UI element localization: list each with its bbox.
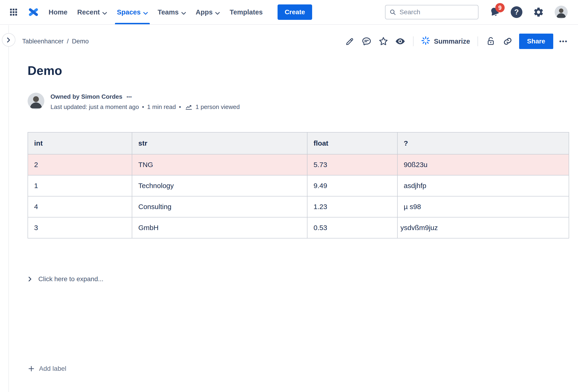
user-avatar[interactable] xyxy=(555,6,568,19)
table-row: 2 TNG 5.73 90ß23u xyxy=(28,154,569,175)
nav-item-label: Templates xyxy=(230,8,263,16)
chevron-down-icon xyxy=(181,9,186,17)
comments-icon[interactable] xyxy=(361,36,372,47)
nav-item-home[interactable]: Home xyxy=(48,0,67,24)
nav-item-label: Teams xyxy=(158,8,179,16)
search-icon xyxy=(389,9,396,16)
table-cell: 9.49 xyxy=(307,175,397,196)
nav-item-templates[interactable]: Templates xyxy=(230,0,263,24)
star-favorite-icon[interactable] xyxy=(378,36,389,47)
more-actions-button[interactable]: ••• xyxy=(559,38,568,45)
notification-count-badge: 9 xyxy=(495,3,505,12)
table-cell: 3 xyxy=(28,217,132,238)
expand-macro-label: Click here to expand... xyxy=(38,275,103,283)
table-cell: 90ß23u xyxy=(397,154,569,175)
divider xyxy=(478,37,478,46)
nav-item-label: Recent xyxy=(77,8,100,16)
app-switcher-icon[interactable] xyxy=(9,7,18,17)
nav-item-spaces[interactable]: Spaces xyxy=(117,0,148,24)
table-cell: TNG xyxy=(132,154,307,175)
nav-item-teams[interactable]: Teams xyxy=(158,0,186,24)
add-label-button[interactable]: Add label xyxy=(28,365,66,372)
search-input[interactable] xyxy=(399,8,474,16)
page-actions: Summarize Share ••• xyxy=(344,34,568,49)
table-row: 1 Technology 9.49 asdjhfp xyxy=(28,175,569,196)
table-cell: 1.23 xyxy=(307,196,397,217)
table-cell: 4 xyxy=(28,196,132,217)
table-header-row: int str float ? xyxy=(28,132,569,154)
create-button[interactable]: Create xyxy=(278,4,312,20)
ai-spark-icon xyxy=(421,36,430,47)
plus-icon xyxy=(28,365,35,372)
chevron-down-icon xyxy=(215,9,220,17)
watch-eye-icon[interactable] xyxy=(395,36,406,47)
table-cell: Technology xyxy=(132,175,307,196)
sidebar-expand-button[interactable] xyxy=(2,33,15,47)
column-header-int: int xyxy=(28,132,132,154)
column-header-float: float xyxy=(307,132,397,154)
link-icon[interactable] xyxy=(502,36,513,47)
analytics-trend-icon xyxy=(185,103,193,111)
dot-separator: • xyxy=(142,103,144,111)
table-row: 4 Consulting 1.23 µ s98 xyxy=(28,196,569,217)
nav-item-recent[interactable]: Recent xyxy=(77,0,107,24)
chevron-right-icon xyxy=(7,37,10,42)
column-header-question: ? xyxy=(397,132,569,154)
table-cell: ysdvßm9juz xyxy=(397,217,569,238)
nav-item-label: Home xyxy=(48,8,67,16)
summarize-button[interactable]: Summarize xyxy=(421,36,470,47)
column-header-str: str xyxy=(132,132,307,154)
page-content: Demo Owned by Simon Cordes ••• Last upda… xyxy=(0,63,578,372)
table-cell: GmbH xyxy=(132,217,307,238)
table-cell: 2 xyxy=(28,154,132,175)
table-row: 3 GmbH 0.53 ysdvßm9juz xyxy=(28,217,569,238)
page-title: Demo xyxy=(28,63,568,78)
table-cell: 5.73 xyxy=(307,154,397,175)
sidebar-divider xyxy=(8,25,9,392)
top-navigation-bar: Home Recent Spaces Teams Apps xyxy=(0,0,578,25)
read-time-text: 1 min read xyxy=(147,103,176,111)
share-button[interactable]: Share xyxy=(519,34,553,49)
owner-avatar[interactable] xyxy=(28,93,44,110)
edit-pencil-icon[interactable] xyxy=(344,36,355,47)
page-header-row: Tableenhancer / Demo xyxy=(0,25,578,49)
summarize-label: Summarize xyxy=(434,38,470,45)
confluence-logo-icon[interactable] xyxy=(28,7,39,17)
unlock-icon[interactable] xyxy=(485,36,496,47)
divider xyxy=(413,37,414,46)
table-cell: µ s98 xyxy=(397,196,569,217)
breadcrumb: Tableenhancer / Demo xyxy=(22,38,89,45)
expand-macro-toggle[interactable]: Click here to expand... xyxy=(28,275,103,283)
last-updated-text[interactable]: Last updated: just a moment ago xyxy=(50,103,139,111)
table-cell: Consulting xyxy=(132,196,307,217)
nav-item-apps[interactable]: Apps xyxy=(196,0,220,24)
breadcrumb-space-link[interactable]: Tableenhancer xyxy=(22,38,64,45)
nav-item-label: Apps xyxy=(196,8,213,16)
chevron-right-icon xyxy=(29,277,32,282)
search-box[interactable] xyxy=(385,5,479,19)
dot-separator: • xyxy=(179,103,181,111)
chevron-down-icon xyxy=(143,9,148,17)
breadcrumb-page-link[interactable]: Demo xyxy=(72,38,89,45)
views-count-text[interactable]: 1 person viewed xyxy=(195,103,240,111)
table-cell: asdjhfp xyxy=(397,175,569,196)
table-cell: 1 xyxy=(28,175,132,196)
add-label-text: Add label xyxy=(39,365,66,372)
table-cell: 0.53 xyxy=(307,217,397,238)
chevron-down-icon xyxy=(102,9,107,17)
owner-more-button[interactable]: ••• xyxy=(127,94,132,99)
content-table: int str float ? 2 TNG 5.73 90ß23u 1 Tech… xyxy=(28,132,569,238)
breadcrumb-separator: / xyxy=(67,38,69,45)
settings-gear-icon[interactable] xyxy=(533,7,544,17)
byline: Owned by Simon Cordes ••• Last updated: … xyxy=(28,93,568,111)
nav-item-label: Spaces xyxy=(117,8,141,16)
owned-by-text[interactable]: Owned by Simon Cordes xyxy=(50,93,122,100)
help-icon[interactable]: ? xyxy=(511,6,522,18)
notifications-bell-icon[interactable]: 9 xyxy=(489,7,500,17)
